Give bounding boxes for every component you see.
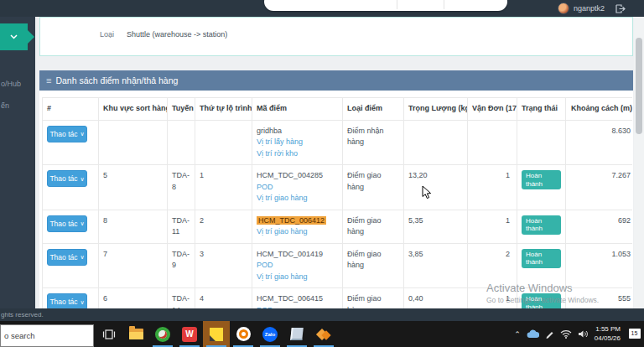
logout-icon[interactable] [615, 4, 626, 13]
tray-expand-icon[interactable]: ⌃ [514, 330, 521, 339]
point-code: HCM_TDC_001419 [257, 250, 323, 258]
info-panel: Loại Shuttle (warehouse -> station) [39, 17, 633, 56]
green-app-icon[interactable] [149, 321, 176, 347]
action-button[interactable]: Thao tác∨ [47, 293, 87, 310]
point-code: HCM_TDC_006415 [257, 294, 323, 303]
search-bar-divider [397, 0, 397, 9]
status-badge: Hoàn thành [522, 170, 561, 189]
cell-sort-area: 5 [99, 165, 168, 210]
clock-date: 04/05/26 [595, 334, 621, 344]
footer-bar: ghts reserved. [0, 308, 644, 321]
table-row: Thao tác∨ gridhba Vị trí lấy hàngVị trí … [43, 120, 633, 165]
search-bar[interactable] [264, 0, 507, 11]
column-header: Khoảng cách (m) [566, 98, 633, 121]
cell-point-code: HCM_TDC_001419 PODVị trí giao hàng [252, 243, 343, 288]
table-row: Thao tác∨ 7 TDA-9 3 HCM_TDC_001419 PODVị… [43, 243, 633, 288]
file-explorer-icon[interactable] [122, 321, 149, 347]
cell-status [517, 120, 566, 165]
cell-distance: 692 [566, 210, 633, 243]
zalo-icon[interactable]: Zalo [257, 321, 283, 347]
cell-status: Hoàn thành [517, 210, 566, 243]
points-panel: ≡ Danh sách điểm nhận/thả hàng #Khu vực … [39, 70, 633, 308]
cell-orders: 1 [468, 210, 517, 243]
point-code: HCM_TDC_004285 [257, 171, 323, 179]
sticky-notes-icon[interactable] [203, 321, 230, 347]
cell-status: Hoàn thành [517, 243, 566, 288]
volume-icon[interactable] [578, 329, 589, 339]
point-link[interactable]: Vị trí rời kho [257, 148, 338, 160]
column-header: Khu vực sort hàng [99, 98, 168, 121]
pen-input-icon[interactable] [545, 329, 554, 339]
cell-point-type: Điểm nhận hàng [343, 120, 404, 165]
cell-point-code: HCM_TDC_006412 Vị trí giao hàng [252, 210, 343, 243]
action-button[interactable]: Thao tác∨ [47, 249, 87, 266]
cell-weight: 13,20 [404, 165, 468, 210]
panel-title: Danh sách điểm nhận/thả hàng [55, 75, 178, 85]
screen: nganptk2 o/Hub ến Loại Shuttle (warehous… [0, 0, 644, 347]
onedrive-cloud-icon[interactable] [527, 329, 539, 339]
cell-point-code: gridhba Vị trí lấy hàngVị trí rời kho [252, 120, 343, 165]
caret-down-icon: ∨ [80, 254, 84, 260]
caret-down-icon: ∨ [80, 299, 84, 305]
column-header: Trọng Lượng (kg) [404, 98, 468, 121]
scrollbar-thumb[interactable] [636, 38, 642, 134]
sidebar-active-item[interactable] [0, 23, 28, 50]
table-body: Thao tác∨ gridhba Vị trí lấy hàngVị trí … [43, 120, 633, 322]
wifi-icon[interactable] [560, 329, 572, 339]
cell-sort-area: 8 [99, 210, 168, 243]
point-links: Vị trí giao hàng [257, 226, 338, 238]
cell-order: 2 [195, 210, 252, 243]
point-link[interactable]: Vị trí giao hàng [257, 193, 338, 205]
sidebar-item-route[interactable]: ến [0, 101, 35, 110]
sidebar-item-hub[interactable]: o/Hub [0, 80, 35, 88]
footer-text: ghts reserved. [1, 311, 44, 319]
column-header: Loại điểm [343, 98, 404, 121]
action-button[interactable]: Thao tác∨ [47, 170, 87, 187]
table-row: Thao tác∨ 5 TDA-8 1 HCM_TDC_004285 PODVị… [43, 165, 633, 210]
page-scrollbar [634, 17, 644, 308]
action-button[interactable]: Thao tác∨ [47, 126, 87, 142]
point-link[interactable]: Vị trí giao hàng [257, 272, 338, 283]
cell-point-code: HCM_TDC_004285 PODVị trí giao hàng [252, 165, 343, 210]
point-link[interactable]: Vị trí lấy hàng [257, 137, 338, 148]
cell-status: Hoàn thành [517, 165, 566, 210]
cell-orders [468, 120, 517, 165]
taskbar-clock[interactable]: 1:55 PM 04/05/26 [595, 325, 621, 344]
task-view-icon[interactable] [96, 321, 122, 347]
cell-orders: 2 [468, 243, 517, 288]
flame-app-icon[interactable] [310, 321, 337, 347]
point-links: Vị trí lấy hàngVị trí rời kho [257, 137, 338, 159]
point-code: HCM_TDC_006412 [257, 216, 326, 225]
cell-point-type: Điểm giao hàng [343, 210, 404, 243]
column-header: Tuyến [168, 98, 195, 121]
cell-weight [404, 120, 468, 165]
top-navbar: nganptk2 [0, 0, 644, 17]
cell-weight: 5,35 [404, 210, 468, 243]
cell-order [195, 120, 252, 165]
info-label: Loại [100, 30, 114, 39]
cell-point-type: Điểm giao hàng [343, 243, 404, 288]
caret-down-icon: ∨ [80, 176, 84, 182]
cell-order: 1 [195, 165, 252, 210]
point-link[interactable]: POD [257, 182, 338, 194]
taskbar-search-input[interactable]: o search [0, 324, 94, 347]
wps-office-icon[interactable]: W [176, 321, 203, 347]
chevron-down-icon [10, 34, 18, 39]
page-app-icon[interactable] [283, 321, 310, 347]
cell-orders: 1 [468, 165, 517, 210]
column-header: Trạng thái [517, 98, 566, 121]
cell-weight: 3,85 [404, 243, 468, 288]
point-link[interactable]: Vị trí giao hàng [257, 226, 338, 238]
caret-down-icon: ∨ [80, 131, 84, 137]
orange-ring-app-icon[interactable] [230, 321, 257, 347]
list-icon: ≡ [46, 76, 51, 85]
user-avatar[interactable] [558, 3, 569, 14]
column-header: Vận Đơn (17) [468, 98, 517, 121]
action-button[interactable]: Thao tác∨ [47, 215, 87, 232]
points-table-wrap: #Khu vực sort hàngTuyếnThứ tự lộ trìnhMã… [42, 97, 632, 322]
cell-point-type: Điểm giao hàng [343, 165, 404, 210]
action-center-icon[interactable]: 15 [626, 327, 641, 341]
point-link[interactable]: POD [257, 260, 338, 272]
cell-route: TDA-11 [168, 210, 195, 243]
username-label[interactable]: nganptk2 [574, 4, 605, 13]
